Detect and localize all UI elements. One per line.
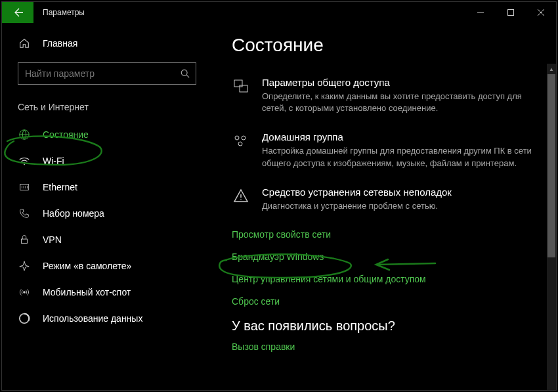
- setting-desc: Диагностика и устранение проблем с сетью…: [262, 200, 536, 212]
- scrollbar[interactable]: ▲ ▼: [547, 74, 556, 390]
- maximize-button[interactable]: [496, 2, 526, 23]
- sidebar-item-data-usage[interactable]: Использование данных: [2, 305, 212, 332]
- setting-sharing-options[interactable]: Параметры общего доступа Определите, к к…: [232, 77, 536, 114]
- search-field-wrap: [18, 62, 196, 85]
- svg-point-10: [235, 136, 239, 140]
- sidebar: Главная Сеть и Интернет Состояние Wi: [2, 23, 212, 390]
- content-pane: Состояние Параметры общего доступа Опред…: [212, 23, 556, 390]
- warning-icon: [232, 186, 250, 212]
- setting-title: Параметры общего доступа: [262, 77, 536, 88]
- sidebar-item-airplane[interactable]: Режим «в самолете»: [2, 253, 212, 279]
- svg-point-11: [242, 136, 246, 140]
- maximize-icon: [507, 9, 514, 16]
- link-get-help[interactable]: Вызов справки: [232, 341, 536, 352]
- svg-point-1: [181, 70, 187, 76]
- sidebar-item-dialup[interactable]: Набор номера: [2, 200, 212, 227]
- sidebar-item-label: Ethernet: [43, 182, 77, 192]
- svg-rect-0: [508, 10, 514, 16]
- sidebar-item-ethernet[interactable]: Ethernet: [2, 174, 212, 200]
- search-input[interactable]: [18, 62, 196, 85]
- ethernet-icon: [18, 181, 31, 193]
- link-network-reset[interactable]: Сброс сети: [232, 296, 536, 307]
- sidebar-item-hotspot[interactable]: Мобильный хот-спот: [2, 279, 212, 305]
- link-windows-firewall[interactable]: Брандмауэр Windows: [232, 251, 536, 262]
- search-icon: [181, 69, 190, 78]
- close-icon: [538, 9, 544, 16]
- sidebar-item-wifi[interactable]: Wi-Fi: [2, 148, 212, 174]
- sidebar-item-label: Использование данных: [43, 313, 142, 324]
- globe-icon: [18, 129, 31, 141]
- sidebar-home[interactable]: Главная: [2, 35, 212, 57]
- scrollbar-thumb[interactable]: [547, 74, 555, 257]
- vpn-icon: [18, 234, 31, 246]
- sidebar-item-label: Набор номера: [43, 208, 104, 219]
- svg-rect-5: [22, 239, 28, 243]
- phone-icon: [18, 207, 31, 219]
- sidebar-item-label: Состояние: [43, 129, 89, 140]
- link-network-properties[interactable]: Просмотр свойств сети: [232, 229, 536, 240]
- back-button[interactable]: [2, 2, 33, 23]
- link-network-center[interactable]: Центр управления сетями и общим доступом: [232, 274, 536, 284]
- setting-title: Средство устранения сетевых неполадок: [262, 186, 536, 198]
- setting-title: Домашняя группа: [262, 131, 536, 142]
- setting-desc: Определите, к каким данным вы хотите пре…: [262, 91, 536, 114]
- close-button[interactable]: [526, 2, 556, 23]
- scroll-up-button[interactable]: ▲: [547, 64, 556, 74]
- sidebar-item-label: Режим «в самолете»: [43, 261, 131, 271]
- hotspot-icon: [18, 286, 31, 298]
- sidebar-section-header: Сеть и Интернет: [2, 97, 212, 121]
- sidebar-item-status[interactable]: Состояние: [2, 121, 212, 148]
- sidebar-item-label: Мобильный хот-спот: [43, 287, 131, 297]
- sharing-icon: [232, 77, 250, 114]
- svg-point-6: [23, 291, 26, 294]
- svg-point-12: [238, 142, 242, 146]
- home-icon: [18, 37, 31, 49]
- homegroup-icon: [232, 131, 250, 169]
- arrow-left-icon: [12, 7, 23, 18]
- setting-desc: Настройка домашней группы для предоставл…: [262, 145, 536, 169]
- titlebar: Параметры: [2, 2, 556, 23]
- svg-point-13: [240, 199, 242, 200]
- setting-troubleshooter[interactable]: Средство устранения сетевых неполадок Ди…: [232, 186, 536, 212]
- sidebar-home-label: Главная: [43, 38, 77, 49]
- sidebar-item-label: VPN: [43, 234, 62, 245]
- minimize-icon: [477, 9, 484, 16]
- page-title: Состояние: [232, 35, 536, 56]
- window-title: Параметры: [33, 2, 85, 23]
- sidebar-item-vpn[interactable]: VPN: [2, 227, 212, 253]
- setting-homegroup[interactable]: Домашняя группа Настройка домашней групп…: [232, 131, 536, 169]
- minimize-button[interactable]: [465, 2, 496, 23]
- airplane-icon: [18, 260, 31, 272]
- sidebar-item-label: Wi-Fi: [43, 156, 64, 166]
- wifi-icon: [18, 155, 31, 167]
- svg-point-3: [24, 164, 25, 165]
- data-usage-icon: [18, 313, 31, 324]
- questions-heading: У вас появились вопросы?: [232, 318, 536, 334]
